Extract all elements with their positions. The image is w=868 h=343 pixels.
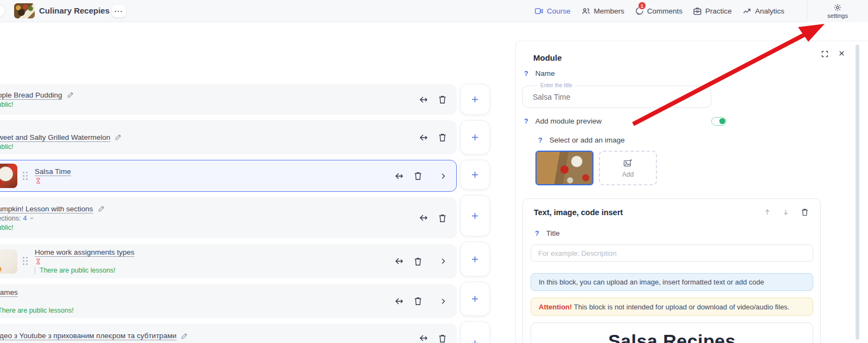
lesson-thumbnail: [0, 249, 17, 274]
briefcase-icon: [693, 7, 702, 16]
trash-icon[interactable]: [437, 132, 448, 143]
module-name-field: Enter the title: [522, 86, 711, 108]
back-button[interactable]: [0, 4, 5, 17]
status-public: Public!: [0, 224, 105, 231]
module-row[interactable]: Sweet and Salty Grilled Watermelon Publi…: [0, 120, 457, 154]
module-title-link[interactable]: Frames: [0, 288, 74, 296]
help-icon[interactable]: ?: [524, 70, 528, 77]
nav-tab-course[interactable]: Course: [534, 7, 571, 16]
public-lessons-note: There are public lessons!: [0, 307, 74, 314]
module-row[interactable]: Frames There are public lessons!: [0, 284, 457, 318]
name-field-label: Name: [535, 69, 555, 77]
move-icon[interactable]: [418, 333, 429, 343]
add-module-button[interactable]: [460, 84, 490, 115]
nav-label: Practice: [705, 7, 732, 15]
trash-icon[interactable]: [413, 256, 423, 267]
title-field-label: Title: [546, 229, 560, 237]
edit-pencil-icon[interactable]: [114, 133, 122, 141]
image-select-label: Select or add an image: [550, 136, 625, 144]
move-icon[interactable]: [418, 94, 429, 105]
module-name-input[interactable]: [523, 86, 711, 107]
module-row[interactable]: Pumpkin! Lesson with sections Sections: …: [0, 197, 457, 238]
edit-pencil-icon[interactable]: [181, 332, 188, 340]
panel-title: Module: [533, 53, 562, 62]
comment-bubble-icon: 1: [635, 7, 644, 16]
nav-label: Comments: [647, 7, 682, 15]
help-icon[interactable]: ?: [524, 118, 528, 125]
drag-handle[interactable]: [23, 257, 28, 266]
add-module-button[interactable]: [460, 120, 490, 154]
timer-icon: [35, 177, 71, 184]
module-row[interactable]: Apple Bread Pudding Public!: [0, 84, 457, 115]
chevron-down-icon[interactable]: [29, 215, 35, 221]
settings-button[interactable]: settings: [807, 0, 868, 22]
selected-preview-image[interactable]: [535, 151, 593, 185]
trash-icon[interactable]: [437, 213, 448, 223]
status-public: Public!: [0, 101, 74, 108]
warning-text: This block is not intended for upload or…: [572, 303, 789, 311]
block-title: Text, image, code insert: [534, 208, 623, 217]
more-menu-button[interactable]: ···: [112, 5, 126, 17]
move-up-icon[interactable]: [763, 208, 771, 216]
move-down-icon[interactable]: [782, 208, 790, 216]
module-title-link[interactable]: Apple Bread Pudding: [0, 91, 62, 99]
edit-pencil-icon[interactable]: [98, 205, 105, 212]
trash-icon[interactable]: [437, 333, 448, 343]
module-row-selected[interactable]: Salsa Time: [0, 160, 457, 192]
module-title-link[interactable]: Pumpkin! Lesson with sections: [0, 205, 93, 213]
move-icon[interactable]: [418, 212, 429, 223]
chevron-right-icon[interactable]: [439, 172, 448, 180]
nav-label: Analytics: [755, 7, 784, 15]
add-module-button[interactable]: [460, 321, 490, 343]
warning-bold: Attention!: [539, 303, 572, 311]
top-header: Culinary Recepies ··· Course Members 1 C…: [0, 0, 868, 22]
expand-icon[interactable]: [821, 50, 829, 58]
add-image-button[interactable]: Add: [599, 151, 657, 185]
edit-pencil-icon[interactable]: [67, 91, 74, 99]
drag-handle[interactable]: [23, 172, 28, 180]
module-title-link[interactable]: Home work assignments types: [35, 248, 135, 256]
settings-label: settings: [827, 12, 848, 19]
status-public: Public!: [0, 143, 122, 151]
nav-label: Members: [594, 7, 624, 15]
trash-icon[interactable]: [413, 171, 423, 181]
module-title-link[interactable]: Відео з Youtube з прихованим плеєром та …: [0, 332, 176, 340]
gear-icon: [833, 3, 842, 12]
trash-icon[interactable]: [800, 208, 809, 217]
add-module-button[interactable]: [460, 242, 490, 276]
close-icon[interactable]: [838, 50, 845, 58]
timer-icon: [0, 125, 122, 132]
lesson-thumbnail: [0, 164, 17, 188]
chevron-right-icon[interactable]: [439, 257, 448, 266]
move-icon[interactable]: [394, 171, 405, 182]
module-title-link[interactable]: Sweet and Salty Grilled Watermelon: [0, 133, 110, 141]
sections-count[interactable]: 4: [23, 215, 27, 222]
chevron-right-icon[interactable]: [439, 297, 448, 306]
video-camera-icon: [534, 7, 544, 16]
course-cover-thumbnail: [14, 3, 35, 18]
help-icon[interactable]: ?: [535, 230, 539, 237]
module-row[interactable]: Home work assignments types There are pu…: [0, 244, 457, 279]
add-module-button[interactable]: [460, 282, 490, 316]
content-preview-box: Salsa Recipes: [531, 322, 813, 343]
nav-tab-analytics[interactable]: Analytics: [742, 7, 784, 16]
help-icon[interactable]: ?: [538, 137, 542, 144]
timer-icon: [35, 258, 135, 265]
move-icon[interactable]: [394, 296, 405, 307]
add-module-button[interactable]: [460, 160, 490, 190]
trash-icon[interactable]: [437, 94, 448, 105]
trash-icon[interactable]: [413, 296, 423, 306]
nav-tab-members[interactable]: Members: [581, 7, 624, 16]
panel-scrollbar[interactable]: [856, 44, 859, 340]
add-module-column: [460, 84, 490, 343]
add-module-button[interactable]: [460, 195, 490, 236]
nav-tab-practice[interactable]: Practice: [693, 7, 732, 16]
nav-tab-comments[interactable]: 1 Comments: [635, 7, 682, 16]
move-icon[interactable]: [418, 132, 429, 143]
preview-toggle[interactable]: [711, 117, 726, 126]
module-editor-panel: Module ? Name Enter the title ? Add modu…: [515, 41, 868, 343]
module-title-link[interactable]: Salsa Time: [35, 167, 71, 176]
block-title-input[interactable]: [531, 245, 813, 261]
move-icon[interactable]: [394, 256, 405, 267]
module-row[interactable]: Відео з Youtube з прихованим плеєром та …: [0, 323, 457, 343]
